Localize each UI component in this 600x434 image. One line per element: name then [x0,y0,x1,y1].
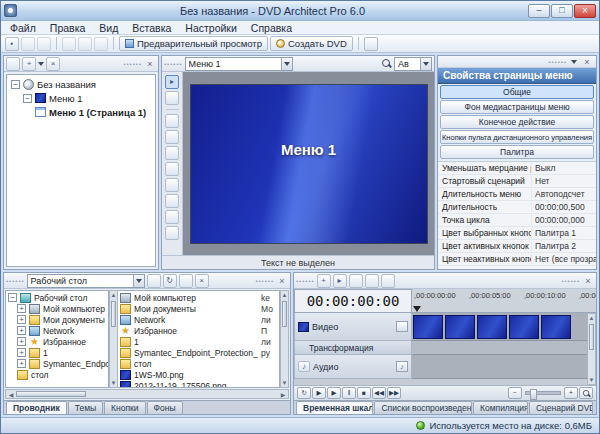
tab-themes[interactable]: Темы [68,401,103,414]
new-project-icon[interactable] [5,37,19,51]
track-options-icon[interactable] [396,321,408,332]
panel-grip[interactable] [561,278,580,284]
panel-grip[interactable] [548,59,567,65]
delete-icon[interactable] [195,274,209,288]
open-project-icon[interactable] [21,37,35,51]
panel-close-icon[interactable] [581,56,593,68]
align-center-icon[interactable] [165,130,179,144]
menu-edit[interactable]: Правка [43,21,92,35]
prop-row[interactable]: Цвет активных кнопок Палитра 2 [438,240,596,253]
zoom-in-icon[interactable] [564,387,578,399]
tab-compilation[interactable]: Компиляция [473,401,528,414]
project-tree-menu1-page1[interactable]: Меню 1 (Страница 1) [7,105,155,119]
panel-close-icon[interactable] [276,275,288,287]
paste-icon[interactable] [94,37,108,51]
zoom-out-icon[interactable] [508,387,522,399]
play-icon[interactable] [327,387,341,399]
video-frame-thumbnail[interactable] [413,315,443,339]
project-tree-root[interactable]: Без названия [7,77,155,91]
add-favorite-icon[interactable] [179,274,193,288]
preview-button[interactable]: Предварительный просмотр [119,36,268,51]
tab-dvd-script[interactable]: Сценарий DVD [529,401,593,414]
loop-playback-icon[interactable] [297,387,311,399]
prop-row[interactable]: Стартовый сценарий Нет [438,175,596,188]
project-tree-menu1[interactable]: Меню 1 [7,91,155,105]
panel-grip[interactable] [255,278,274,284]
ripple-edit-icon[interactable] [381,274,395,288]
explorer-horizontal-scrollbar[interactable]: ◀▶ [5,389,289,399]
file-list-item[interactable]: Мой компьютер ke [118,292,279,303]
chevron-down-icon[interactable] [571,60,577,64]
play-from-start-icon[interactable] [312,387,326,399]
align-middle-icon[interactable] [165,178,179,192]
tree-scrollbar[interactable]: ▲▼ [109,290,118,388]
menu-page-select[interactable]: Меню 1 [185,57,293,71]
props-tab-remote-buttons[interactable]: Кнопки пульта дистанционного управления [440,130,594,144]
video-frame-thumbnail[interactable] [477,315,507,339]
chevron-down-icon[interactable] [281,58,292,70]
project-properties-icon[interactable] [364,37,378,51]
maximize-icon[interactable] [551,4,573,18]
folder-tree-item[interactable]: Мои документы [6,314,108,325]
file-list-item[interactable]: Symantec_Endpoint_Protection_12.1.2_RU..… [118,347,279,358]
copy-icon[interactable] [78,37,92,51]
prop-row[interactable]: Длительность меню Автоподсчет [438,188,596,201]
panel-grip[interactable] [6,278,25,284]
video-frame-thumbnail[interactable] [541,315,571,339]
props-tab-background[interactable]: Фон медиастраницы меню [440,100,594,114]
panel-close-icon[interactable] [582,275,594,287]
close-icon[interactable] [574,4,596,18]
expand-collapse-icon[interactable] [17,304,26,313]
menu-help[interactable]: Справка [244,21,299,35]
folder-tree-item[interactable]: Network [6,325,108,336]
prop-row[interactable]: Уменьшать мерцание раз... Выкл [438,162,596,175]
expand-collapse-icon[interactable] [17,359,26,368]
prop-row[interactable]: Длительность 00:00:00,500 [438,201,596,214]
menu-options[interactable]: Настройки [178,21,244,35]
align-top-icon[interactable] [165,162,179,176]
timeline-ruler[interactable]: ,00:00:00:00 ,00:00:05:00 ,00:00:10:00 ,… [412,289,596,313]
tab-timeline[interactable]: Временная шкала [296,401,373,414]
align-left-icon[interactable] [165,114,179,128]
insert-menu-icon[interactable] [22,57,36,71]
snap-icon[interactable] [365,274,379,288]
sizing-tool-icon[interactable] [165,91,179,105]
tab-explorer[interactable]: Проводник [6,401,67,414]
pause-icon[interactable] [342,387,356,399]
file-list-item[interactable]: Мои документы Мо [118,303,279,314]
address-select[interactable]: Рабочий стол [27,274,145,288]
file-list-item[interactable]: стол [118,358,279,369]
folder-tree-item[interactable]: Избранное [6,336,108,347]
folder-tree-item[interactable]: Рабочий стол [6,292,108,303]
file-list-item[interactable]: Избранное П [118,325,279,336]
tab-playlists[interactable]: Списки воспроизведения [374,401,472,414]
file-list-item[interactable]: 1 ли [118,336,279,347]
tab-backgrounds[interactable]: Фоны [147,401,183,414]
panel-grip[interactable] [164,61,183,67]
order-front-icon[interactable] [165,210,179,224]
playhead-marker[interactable] [413,306,421,312]
menu-canvas-area[interactable]: Меню 1 [183,72,434,255]
expand-collapse-icon[interactable] [17,326,26,335]
cut-icon[interactable] [62,37,76,51]
zoom-tool-icon[interactable] [579,387,593,399]
stop-icon[interactable] [357,387,371,399]
next-frame-icon[interactable] [387,387,401,399]
prop-row[interactable]: Цвет неактивных кнопок Нет (все прозрачн… [438,253,596,266]
video-track-content[interactable] [412,313,587,341]
prop-row[interactable]: Цвет выбранных кнопок Палитра 1 [438,227,596,240]
menu-insert[interactable]: Вставка [125,21,178,35]
folder-tree-item[interactable]: стол [6,369,108,380]
previous-frame-icon[interactable] [372,387,386,399]
expand-collapse-icon[interactable] [17,337,26,346]
panel-close-icon[interactable] [144,58,156,70]
video-frame-thumbnail[interactable] [509,315,539,339]
up-folder-icon[interactable] [147,274,161,288]
tab-buttons[interactable]: Кнопки [104,401,145,414]
expand-collapse-icon[interactable] [23,94,32,103]
props-tab-general[interactable]: Общие [440,85,594,99]
chevron-down-icon[interactable] [420,58,431,70]
order-back-icon[interactable] [165,226,179,240]
chevron-down-icon[interactable] [133,275,144,287]
file-list-item[interactable]: Network ли [118,314,279,325]
